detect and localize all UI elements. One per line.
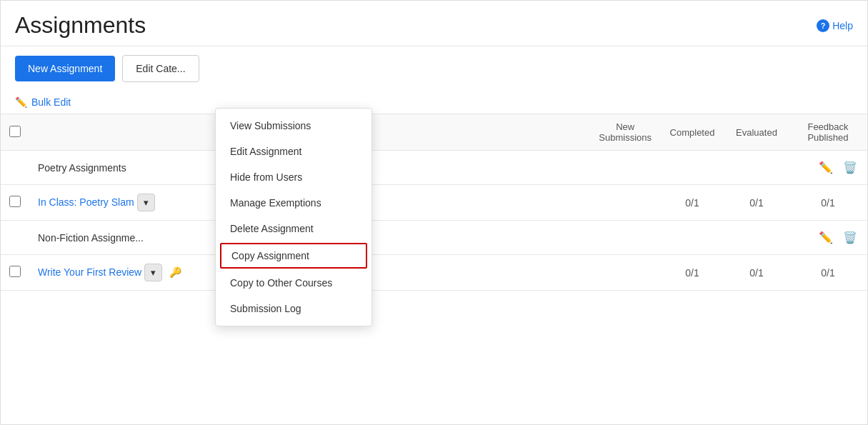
assignment-dropdown-button-review[interactable]: ▾ [144, 264, 162, 281]
delete-nf-category-button[interactable]: 🗑️ [842, 229, 859, 246]
context-menu-copy-assignment[interactable]: Copy Assignment [220, 243, 367, 269]
row-feedback: 0/1 [789, 185, 867, 221]
row-review-evaluated: 0/1 [724, 255, 789, 291]
assignment-dropdown-button[interactable]: ▾ [137, 194, 155, 211]
help-label: Help [832, 20, 853, 31]
page-container: Assignments ? Help New Assignment Edit C… [0, 0, 868, 425]
table-row: Non-Fiction Assignme... ✏️ 🗑️ [1, 221, 867, 255]
col-new-submissions: New Submissions [590, 114, 660, 151]
context-menu-submission-log[interactable]: Submission Log [216, 296, 371, 321]
category-checkbox-cell [1, 151, 29, 185]
col-feedback-published: FeedbackPublished [789, 114, 867, 151]
category-nf-actions: ✏️ 🗑️ [789, 221, 867, 255]
context-menu-view-submissions[interactable]: View Submissions [216, 113, 371, 139]
page-title: Assignments [15, 12, 146, 39]
col-checkbox [1, 114, 29, 151]
key-icon: 🔑 [169, 266, 181, 278]
table-header-row: New Submissions Completed Evaluated Feed… [1, 114, 867, 151]
bulk-edit-row[interactable]: ✏️ Bulk Edit [1, 91, 867, 114]
category-completed [660, 151, 724, 185]
category-new-sub [590, 151, 660, 185]
assignment-link[interactable]: In Class: Poetry Slam [38, 196, 134, 208]
category-nf-new-sub [590, 221, 660, 255]
category-nf-completed [660, 221, 724, 255]
category-nf-evaluated [724, 221, 789, 255]
col-evaluated: Evaluated [724, 114, 789, 151]
assignment-link-review[interactable]: Write Your First Review [38, 266, 141, 278]
row-review-completed: 0/1 [660, 255, 724, 291]
bulk-edit-label: Bulk Edit [31, 96, 71, 108]
row-checkbox-cell [1, 185, 29, 221]
edit-category-button[interactable]: ✏️ [817, 159, 834, 176]
row-checkbox[interactable] [9, 196, 21, 207]
toolbar: New Assignment Edit Cate... [1, 46, 867, 91]
table-row: In Class: Poetry Slam ▾ 0/1 0/1 0/1 [1, 185, 867, 221]
row-checkbox-cell-review [1, 255, 29, 291]
table-row: Write Your First Review ▾ 🔑 0/1 0/1 0/1 [1, 255, 867, 291]
category-label: Poetry Assignments [38, 162, 126, 174]
row-checkbox-review[interactable] [9, 266, 21, 277]
delete-category-button[interactable]: 🗑️ [842, 159, 859, 176]
header: Assignments ? Help [1, 1, 867, 46]
context-menu-hide-from-users[interactable]: Hide from Users [216, 164, 371, 190]
category-evaluated [724, 151, 789, 185]
edit-nf-category-button[interactable]: ✏️ [817, 229, 834, 246]
pencil-icon: ✏️ [15, 96, 27, 108]
table-row: Poetry Assignments ✏️ 🗑️ [1, 151, 867, 185]
assignments-table: New Submissions Completed Evaluated Feed… [1, 114, 867, 291]
select-all-checkbox[interactable] [9, 126, 21, 137]
row-evaluated: 0/1 [724, 185, 789, 221]
row-completed: 0/1 [660, 185, 724, 221]
context-menu-manage-exemptions[interactable]: Manage Exemptions [216, 190, 371, 216]
edit-categories-button[interactable]: Edit Cate... [122, 55, 199, 82]
col-completed: Completed [660, 114, 724, 151]
context-menu-edit-assignment[interactable]: Edit Assignment [216, 139, 371, 164]
help-link[interactable]: ? Help [817, 19, 853, 32]
context-menu-copy-to-other-courses[interactable]: Copy to Other Courses [216, 270, 371, 296]
category-actions: ✏️ 🗑️ [789, 151, 867, 185]
row-review-feedback: 0/1 [789, 255, 867, 291]
help-circle-icon: ? [817, 19, 829, 32]
new-assignment-button[interactable]: New Assignment [15, 56, 115, 81]
category-label-nf: Non-Fiction Assignme... [38, 232, 144, 244]
row-review-new-sub [590, 255, 660, 291]
row-new-sub [590, 185, 660, 221]
category-checkbox-cell-nf [1, 221, 29, 255]
context-menu: View Submissions Edit Assignment Hide fr… [215, 108, 372, 326]
context-menu-delete-assignment[interactable]: Delete Assignment [216, 216, 371, 241]
